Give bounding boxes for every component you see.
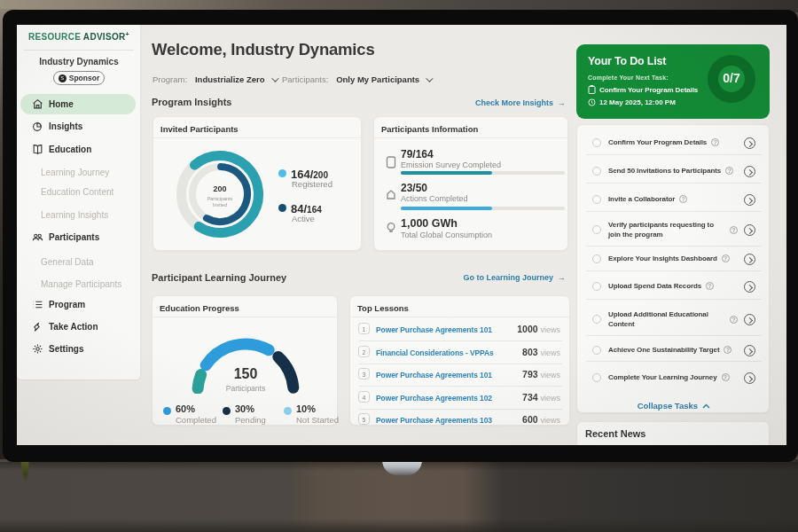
svg-text:200: 200	[213, 184, 226, 193]
svg-text:Invited: Invited	[213, 202, 227, 207]
svg-text:Participants: Participants	[226, 384, 265, 393]
svg-text:150: 150	[234, 366, 258, 381]
svg-text:Participants: Participants	[207, 196, 233, 201]
